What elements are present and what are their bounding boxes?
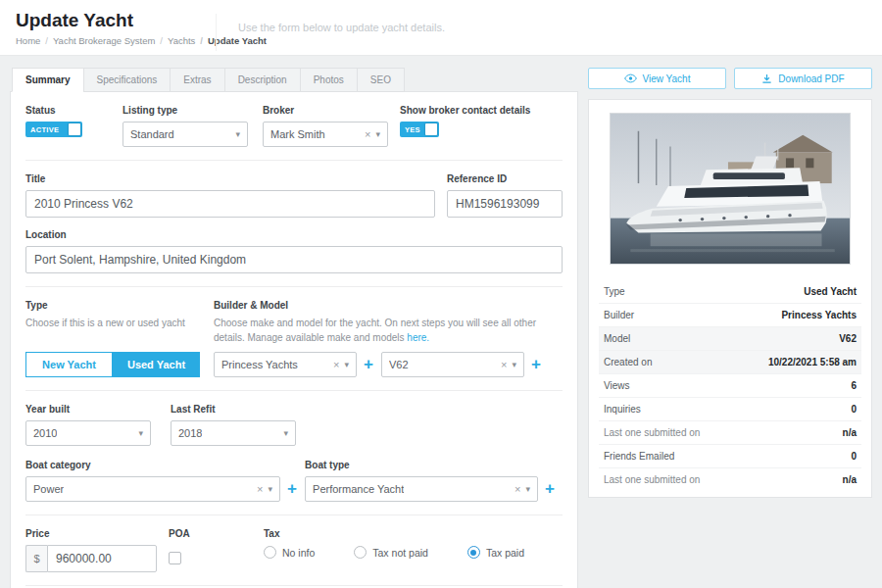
title-input[interactable]	[25, 190, 435, 218]
main-content: Summary Specifications Extras Descriptio…	[0, 56, 882, 588]
title-row: Title Reference ID	[25, 173, 563, 218]
divider	[25, 160, 563, 161]
year-built-label: Year built	[25, 404, 171, 415]
clear-icon[interactable]: ×	[333, 359, 339, 370]
broker-label: Broker	[263, 105, 400, 116]
tax-option-paid[interactable]: Tax paid	[467, 546, 524, 559]
detail-value: n/a	[843, 427, 857, 438]
boat-row: Boat category Power × ▾ + Boat type	[25, 460, 563, 502]
detail-label: Model	[604, 333, 630, 344]
title-label: Title	[25, 173, 435, 184]
yacht-type-button-group: New Yacht Used Yacht	[25, 352, 200, 377]
listing-type-field: Listing type Standard ▾	[122, 105, 263, 147]
show-broker-toggle-label: YES	[400, 125, 420, 134]
builder-model-help-text: Choose make and model for the yacht. On …	[214, 318, 536, 343]
status-field: Status ACTIVE	[25, 105, 122, 137]
type-builder-row: Type Choose if this is a new or used yac…	[25, 300, 563, 377]
tax-option-paid-label: Tax paid	[486, 547, 524, 559]
boat-category-label: Boat category	[25, 460, 305, 470]
poa-checkbox[interactable]	[169, 552, 181, 564]
type-label: Type	[25, 300, 214, 311]
add-boat-type-button[interactable]: +	[538, 476, 563, 502]
yacht-summary-card: Type Used Yacht Builder Princess Yachts …	[588, 99, 872, 498]
location-label: Location	[25, 229, 563, 240]
tab-description[interactable]: Description	[224, 68, 301, 92]
price-row: Price $ POA Tax	[25, 528, 563, 572]
builder-model-field: Builder & Model Choose make and model fo…	[214, 300, 563, 377]
breadcrumb-yacht-brokerage-system[interactable]: Yacht Brokerage System	[40, 35, 155, 46]
divider	[25, 514, 563, 515]
boat-category-select[interactable]: Power × ▾	[25, 476, 280, 502]
boat-type-select[interactable]: Performance Yacht × ▾	[305, 476, 538, 502]
location-field-block: Location	[25, 229, 563, 273]
new-yacht-button[interactable]: New Yacht	[25, 352, 113, 377]
last-refit-select[interactable]: 2018 ▾	[171, 420, 296, 446]
tax-option-no-info[interactable]: No info	[264, 546, 315, 559]
location-input[interactable]	[25, 246, 563, 273]
reference-input[interactable]	[447, 190, 563, 218]
show-broker-toggle-knob	[425, 123, 437, 135]
model-select[interactable]: V62 × ▾	[381, 352, 524, 377]
tab-specifications[interactable]: Specifications	[83, 68, 172, 92]
yacht-photo-illustration	[611, 114, 850, 264]
detail-row-friends-last-submitted: Last one submitted on n/a	[599, 468, 861, 491]
eye-icon	[624, 74, 637, 83]
chevron-down-icon: ▾	[283, 428, 288, 438]
model-value: V62	[389, 359, 409, 370]
show-broker-toggle[interactable]: YES	[400, 122, 439, 137]
breadcrumb-yachts[interactable]: Yachts	[155, 35, 195, 46]
type-help: Choose if this is a new or used yacht	[25, 317, 214, 347]
add-builder-button[interactable]: +	[357, 352, 381, 377]
add-boat-category-button[interactable]: +	[280, 476, 305, 502]
tab-photos[interactable]: Photos	[300, 68, 358, 92]
clear-icon[interactable]: ×	[365, 128, 370, 140]
detail-row-views: Views 6	[599, 374, 861, 398]
add-model-button[interactable]: +	[524, 352, 549, 377]
builder-value: Princess Yachts	[221, 359, 298, 370]
clear-icon[interactable]: ×	[501, 359, 507, 370]
radio-icon	[264, 546, 276, 559]
radio-checked-icon	[467, 546, 480, 559]
page-header: Update Yacht HomeYacht Brokerage SystemY…	[0, 0, 882, 56]
title-field-block: Title	[25, 173, 435, 218]
detail-value: Princess Yachts	[781, 310, 857, 320]
breadcrumb: HomeYacht Brokerage SystemYachtsUpdate Y…	[16, 35, 216, 46]
header-title-block: Update Yacht HomeYacht Brokerage SystemY…	[16, 10, 216, 46]
builder-model-controls: Princess Yachts × ▾ + V62 × ▾ +	[214, 352, 563, 377]
year-built-select[interactable]: 2010 ▾	[25, 420, 151, 446]
view-yacht-button[interactable]: View Yacht	[588, 68, 726, 89]
tab-extras[interactable]: Extras	[170, 68, 224, 92]
detail-label: Friends Emailed	[604, 451, 674, 462]
breadcrumb-home[interactable]: Home	[16, 35, 40, 46]
broker-select[interactable]: Mark Smith × ▾	[263, 122, 388, 147]
tax-options: No info Tax not paid Tax paid	[264, 546, 563, 559]
builder-select[interactable]: Princess Yachts × ▾	[214, 352, 357, 377]
tab-bar: Summary Specifications Extras Descriptio…	[10, 68, 578, 92]
status-toggle[interactable]: ACTIVE	[25, 122, 82, 137]
download-pdf-button[interactable]: Download PDF	[734, 68, 872, 89]
price-input[interactable]	[47, 545, 157, 572]
detail-label: Views	[604, 380, 630, 391]
page-subtitle: Use the form below to update yacht detai…	[216, 14, 445, 51]
detail-row-inquiries-last-submitted: Last one submitted on n/a	[599, 421, 861, 445]
clear-icon[interactable]: ×	[257, 483, 263, 495]
detail-row-friends-emailed: Friends Emailed 0	[599, 445, 861, 468]
tab-summary[interactable]: Summary	[12, 68, 84, 92]
tab-seo[interactable]: SEO	[357, 68, 405, 92]
used-yacht-button[interactable]: Used Yacht	[113, 352, 200, 377]
manage-models-link[interactable]: here.	[407, 332, 429, 343]
status-toggle-knob	[69, 123, 80, 135]
tax-option-not-paid[interactable]: Tax not paid	[354, 546, 428, 559]
reference-label: Reference ID	[447, 173, 563, 184]
chevron-down-icon: ▾	[138, 428, 143, 438]
chevron-down-icon: ▾	[235, 129, 240, 139]
price-label: Price	[25, 528, 169, 539]
yacht-details-list: Type Used Yacht Builder Princess Yachts …	[599, 280, 861, 491]
detail-row-type: Type Used Yacht	[599, 280, 861, 304]
listing-type-value: Standard	[130, 128, 174, 140]
chevron-down-icon: ▾	[512, 360, 516, 369]
view-yacht-label: View Yacht	[643, 74, 691, 84]
listing-type-select[interactable]: Standard ▾	[122, 122, 248, 147]
listing-type-label: Listing type	[122, 105, 263, 116]
clear-icon[interactable]: ×	[514, 483, 520, 495]
